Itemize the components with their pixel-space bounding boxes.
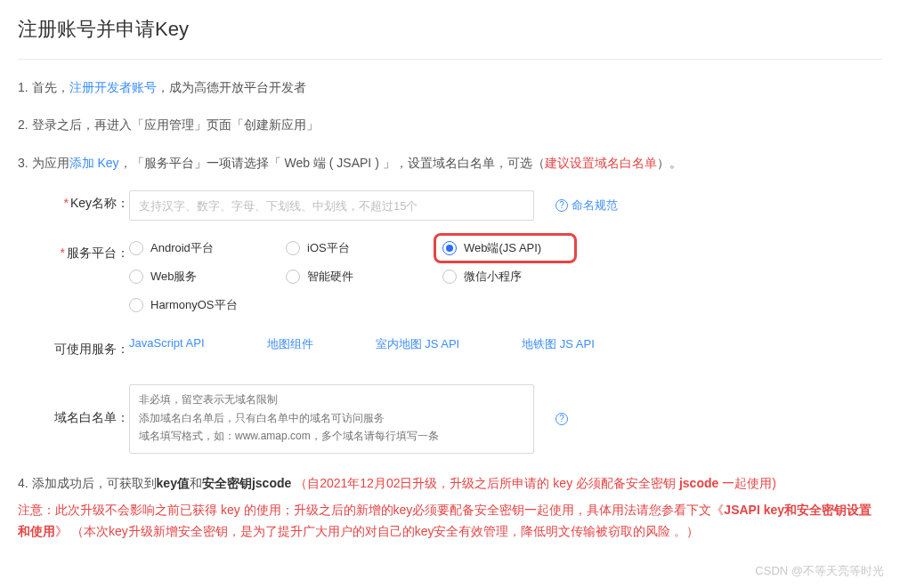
step-3-mid: ，「服务平台」一项请选择「 Web 端 ( JSAPI ) 」，设置域名白名单，…: [119, 156, 545, 170]
step-1: 1. 首先，注册开发者账号，成为高德开放平台开发者: [18, 77, 882, 97]
radio-web-jsapi[interactable]: Web端(JS API): [442, 240, 599, 256]
radio-wechat-mini[interactable]: 微信小程序: [442, 269, 599, 285]
radio-web-service[interactable]: Web服务: [129, 269, 286, 285]
svc-metro[interactable]: 地铁图 JS API: [522, 336, 595, 352]
radio-harmonyos[interactable]: HarmonyOS平台: [129, 297, 286, 313]
radio-icon: [442, 241, 457, 255]
radio-icon: [129, 270, 143, 284]
step-3: 3. 为应用添加 Key，「服务平台」一项请选择「 Web 端 ( JSAPI …: [18, 153, 882, 173]
question-icon: ?: [555, 413, 568, 425]
step-3-warn: 建议设置域名白名单: [545, 156, 657, 170]
step-3-post: ）。: [657, 156, 682, 170]
key-name-input[interactable]: [129, 190, 534, 221]
row-platform: *服务平台： Android平台 iOS平台 Web端(JS API) Web服…: [45, 240, 882, 313]
platform-radio-group: Android平台 iOS平台 Web端(JS API) Web服务 智能硬件 …: [129, 240, 628, 313]
post-text: 4. 添加成功后，可获取到key值和安全密钥jscode （自2021年12月0…: [18, 473, 882, 542]
label-services: 可使用服务：: [45, 336, 129, 358]
post-line-2: 注意：此次升级不会影响之前已获得 key 的使用；升级之后的新增的key必须要配…: [18, 500, 882, 543]
radio-ios[interactable]: iOS平台: [286, 240, 442, 256]
help-naming[interactable]: ? 命名规范: [555, 197, 618, 213]
row-services: 可使用服务： JavaScript API 地图组件 室内地图 JS API 地…: [45, 336, 882, 358]
label-platform: *服务平台：: [45, 240, 129, 262]
step-2: 2. 登录之后，再进入「应用管理」页面「创建新应用」: [18, 115, 882, 134]
link-register-dev[interactable]: 注册开发者账号: [69, 80, 157, 94]
row-key-name: *Key名称： ? 命名规范: [45, 190, 882, 221]
domain-help-icon[interactable]: ?: [555, 384, 568, 425]
step-1-pre: 1. 首先，: [18, 80, 69, 94]
radio-icon: [286, 270, 300, 284]
radio-icon: [129, 241, 143, 255]
service-links: JavaScript API 地图组件 室内地图 JS API 地铁图 JS A…: [129, 336, 595, 352]
svc-map-comp[interactable]: 地图组件: [267, 336, 313, 352]
radio-android[interactable]: Android平台: [129, 240, 286, 256]
question-icon: ?: [555, 199, 568, 212]
row-domain: 域名白名单： ?: [45, 384, 882, 454]
watermark: CSDN @不等天亮等时光: [755, 563, 884, 579]
radio-icon: [442, 270, 457, 284]
domain-whitelist-input[interactable]: [129, 384, 534, 454]
svc-indoor[interactable]: 室内地图 JS API: [376, 336, 460, 352]
link-add-key[interactable]: 添加 Key: [69, 156, 119, 170]
radio-icon: [129, 298, 143, 312]
radio-icon: [286, 241, 300, 255]
step-list: 1. 首先，注册开发者账号，成为高德开放平台开发者 2. 登录之后，再进入「应用…: [18, 77, 882, 173]
step-3-pre: 3. 为应用: [18, 156, 69, 170]
step-1-post: ，成为高德开放平台开发者: [157, 80, 306, 94]
post-line-1: 4. 添加成功后，可获取到key值和安全密钥jscode （自2021年12月0…: [18, 473, 882, 495]
form-block: *Key名称： ? 命名规范 *服务平台： Android平台 iOS平台 We…: [45, 190, 882, 454]
radio-smart-hw[interactable]: 智能硬件: [286, 269, 442, 285]
label-domain: 域名白名单：: [45, 384, 129, 426]
label-key-name: *Key名称：: [45, 190, 129, 212]
page-title: 注册账号并申请Key: [18, 16, 882, 60]
svc-jsapi[interactable]: JavaScript API: [129, 336, 205, 352]
